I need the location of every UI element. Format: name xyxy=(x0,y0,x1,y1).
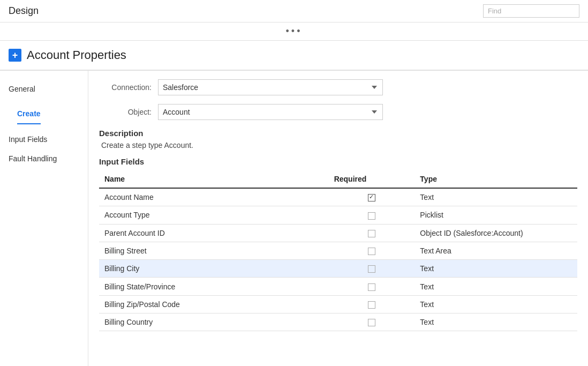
connection-select[interactable]: Salesforce xyxy=(158,79,383,95)
dots-row: ••• xyxy=(0,23,588,41)
field-required[interactable] xyxy=(329,295,415,313)
fields-table: Name Required Type Account NameTextAccou… xyxy=(99,170,577,331)
checkbox-unchecked-icon[interactable] xyxy=(368,212,375,220)
checkbox-unchecked-icon[interactable] xyxy=(368,283,375,291)
field-name: Billing Street xyxy=(99,242,329,259)
sidebar: General Create Input Fields Fault Handli… xyxy=(0,71,88,366)
description-section: Description Create a step type Account. xyxy=(99,129,577,150)
field-required[interactable] xyxy=(329,278,415,295)
field-required[interactable] xyxy=(329,313,415,331)
object-label: Object: xyxy=(99,108,158,116)
field-required[interactable] xyxy=(329,188,415,206)
table-row: Parent Account IDObject ID (Salesforce:A… xyxy=(99,224,577,242)
connection-label: Connection: xyxy=(99,83,158,92)
field-name: Billing Country xyxy=(99,313,329,331)
field-type: Object ID (Salesforce:Account) xyxy=(414,224,577,242)
field-required[interactable] xyxy=(329,260,415,278)
section-header: + Account Properties xyxy=(0,41,588,71)
field-name: Parent Account ID xyxy=(99,224,329,242)
add-icon: + xyxy=(9,49,21,62)
input-fields-title: Input Fields xyxy=(99,157,577,166)
header: Design xyxy=(0,0,588,23)
field-name: Account Name xyxy=(99,188,329,206)
object-row: Object: Account xyxy=(99,104,577,120)
table-row: Billing State/ProvinceText xyxy=(99,278,577,295)
field-type: Picklist xyxy=(414,206,577,224)
sidebar-item-create[interactable]: Create xyxy=(17,104,41,124)
content-area: Connection: Salesforce Object: Account D… xyxy=(88,71,588,366)
col-header-name: Name xyxy=(99,170,329,188)
field-type: Text xyxy=(414,313,577,331)
checkbox-unchecked-icon[interactable] xyxy=(368,230,375,237)
header-title: Design xyxy=(9,5,39,17)
col-header-required: Required xyxy=(329,170,415,188)
dots: ••• xyxy=(286,26,303,36)
field-type: Text xyxy=(414,260,577,278)
checkbox-checked-icon[interactable] xyxy=(368,194,375,201)
table-row: Billing Zip/Postal CodeText xyxy=(99,295,577,313)
field-name: Billing State/Province xyxy=(99,278,329,295)
table-row: Account NameText xyxy=(99,188,577,206)
table-row: Billing CityText xyxy=(99,260,577,278)
connection-row: Connection: Salesforce xyxy=(99,79,577,95)
field-required[interactable] xyxy=(329,206,415,224)
description-title: Description xyxy=(99,129,577,138)
field-type: Text xyxy=(414,295,577,313)
field-required[interactable] xyxy=(329,224,415,242)
table-row: Account TypePicklist xyxy=(99,206,577,224)
main-layout: General Create Input Fields Fault Handli… xyxy=(0,71,588,366)
table-row: Billing StreetText Area xyxy=(99,242,577,259)
field-required[interactable] xyxy=(329,242,415,259)
sidebar-item-input-fields[interactable]: Input Fields xyxy=(0,130,88,149)
input-fields-section: Input Fields Name Required Type Account … xyxy=(99,157,577,331)
field-type: Text Area xyxy=(414,242,577,259)
col-header-type: Type xyxy=(414,170,577,188)
object-select[interactable]: Account xyxy=(158,104,383,120)
find-input[interactable] xyxy=(483,4,579,18)
sidebar-item-fault-handling[interactable]: Fault Handling xyxy=(0,149,88,168)
description-text: Create a step type Account. xyxy=(99,141,577,150)
field-type: Text xyxy=(414,188,577,206)
field-type: Text xyxy=(414,278,577,295)
section-title: Account Properties xyxy=(27,48,126,62)
checkbox-unchecked-icon[interactable] xyxy=(368,265,375,273)
table-row: Billing CountryText xyxy=(99,313,577,331)
field-name: Billing Zip/Postal Code xyxy=(99,295,329,313)
field-name: Account Type xyxy=(99,206,329,224)
checkbox-unchecked-icon[interactable] xyxy=(368,301,375,309)
checkbox-unchecked-icon[interactable] xyxy=(368,319,375,326)
sidebar-item-general[interactable]: General xyxy=(0,79,88,99)
checkbox-unchecked-icon[interactable] xyxy=(368,248,375,255)
field-name: Billing City xyxy=(99,260,329,278)
table-header-row: Name Required Type xyxy=(99,170,577,188)
